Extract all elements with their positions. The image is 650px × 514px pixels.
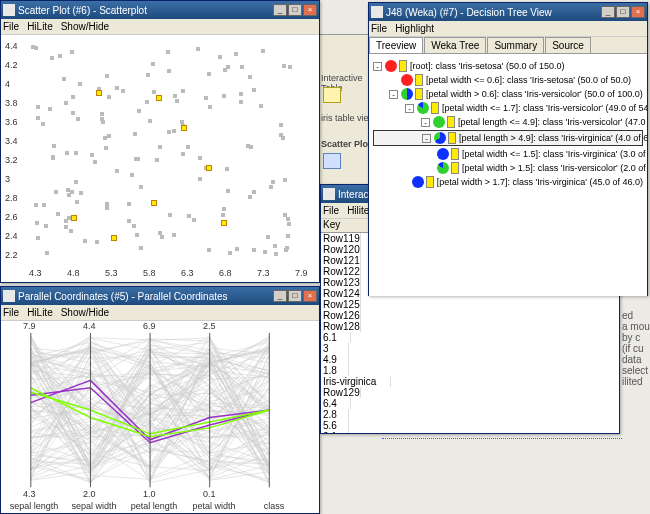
menu-showhide[interactable]: Show/Hide [61, 21, 109, 32]
scatter-point [239, 100, 243, 104]
scatter-point [70, 50, 74, 54]
menu-highlight[interactable]: Highlight [395, 23, 434, 34]
node-label: [petal length <= 4.9]: class 'Iris-versi… [458, 117, 647, 127]
scatter-point [52, 144, 56, 148]
scatter-point [132, 224, 136, 228]
bar-icon [415, 88, 423, 100]
scatter-point [62, 77, 66, 81]
close-button[interactable]: × [303, 290, 317, 302]
scatter-point [186, 145, 190, 149]
scatter-point [127, 202, 131, 206]
menu-file[interactable]: File [371, 23, 387, 34]
tree-node[interactable]: -[petal width > 0.6]: class 'Iris-versic… [373, 88, 643, 100]
scatter-point [78, 82, 82, 86]
scatter-point [235, 247, 239, 251]
bar-icon [447, 116, 455, 128]
scatter-point [222, 207, 226, 211]
titlebar-scatterplot[interactable]: Scatter Plot (#6) - Scatterplot _ □ × [1, 1, 319, 19]
table-row[interactable]: Row125 [321, 299, 619, 310]
window-title: Scatter Plot (#6) - Scatterplot [18, 5, 273, 16]
cell: 5.6 [321, 420, 349, 431]
cell-key: Row129 [321, 387, 361, 398]
expand-icon[interactable]: - [389, 90, 398, 99]
close-button[interactable]: × [303, 4, 317, 16]
tab-summary[interactable]: Summary [487, 37, 544, 53]
scatter-point-highlighted [156, 95, 162, 101]
node-label: [petal width <= 1.5]: class 'Iris-virgin… [462, 149, 647, 159]
menu-file[interactable]: File [323, 205, 339, 216]
menu-showhide[interactable]: Show/Hide [61, 307, 109, 318]
scatter-point [158, 231, 162, 235]
scatter-point [218, 55, 222, 59]
scatter-point [151, 62, 155, 66]
menu-hilite[interactable]: Hilite [347, 205, 369, 216]
scatter-point [133, 132, 137, 136]
pie-icon [417, 102, 429, 114]
tree-view[interactable]: -[root]: class 'Iris-setosa' (50.0 of 15… [369, 54, 647, 296]
scatter-point [36, 116, 40, 120]
scatter-point [273, 244, 277, 248]
window-scatterplot: Scatter Plot (#6) - Scatterplot _ □ × Fi… [0, 0, 320, 283]
scatter-point [139, 185, 143, 189]
scatter-point [107, 134, 111, 138]
table-row[interactable]: Row1296.42.85.62.1Iris-virginica [321, 387, 619, 433]
scatter-point [65, 151, 69, 155]
tab-wekatree[interactable]: Weka Tree [424, 37, 486, 53]
menu-hilite[interactable]: HiLite [27, 21, 53, 32]
app-icon [3, 290, 15, 302]
tree-node[interactable]: -[root]: class 'Iris-setosa' (50.0 of 15… [373, 60, 643, 72]
tree-node[interactable]: [petal width > 1.7]: class 'Iris-virgini… [373, 176, 643, 188]
minimize-button[interactable]: _ [273, 4, 287, 16]
titlebar-j48[interactable]: J48 (Weka) (#7) - Decision Tree View _ □… [369, 3, 647, 21]
scatter-point [121, 89, 125, 93]
menu-hilite[interactable]: HiLite [27, 307, 53, 318]
maximize-button[interactable]: □ [288, 4, 302, 16]
scatter-point [226, 65, 230, 69]
column-header-key[interactable]: Key [321, 219, 369, 232]
y-tick: 3.6 [5, 117, 18, 127]
expand-icon[interactable]: - [373, 62, 382, 71]
menu-file[interactable]: File [3, 21, 19, 32]
connector-line [382, 438, 622, 439]
table-row[interactable]: Row1286.134.91.8Iris-virginica [321, 321, 619, 387]
expand-icon[interactable]: - [405, 104, 414, 113]
scatter-point [248, 195, 252, 199]
maximize-button[interactable]: □ [616, 6, 630, 18]
tree-node[interactable]: [petal width <= 0.6]: class 'Iris-setosa… [373, 74, 643, 86]
scatter-point [74, 180, 78, 184]
table-row[interactable]: Row126 [321, 310, 619, 321]
tab-source[interactable]: Source [545, 37, 591, 53]
expand-icon[interactable]: - [422, 134, 431, 143]
scatter-point [64, 225, 68, 229]
cell: 1.8 [321, 365, 349, 376]
scatter-point [93, 160, 97, 164]
minimize-button[interactable]: _ [273, 290, 287, 302]
tree-node[interactable]: -[petal length <= 4.9]: class 'Iris-vers… [373, 116, 643, 128]
titlebar-parallel[interactable]: Parallel Coordinates (#5) - Parallel Coo… [1, 287, 319, 305]
app-icon [3, 4, 15, 16]
close-button[interactable]: × [631, 6, 645, 18]
scatter-point [130, 173, 134, 177]
maximize-button[interactable]: □ [288, 290, 302, 302]
scatter-point [248, 75, 252, 79]
scatter-point [167, 69, 171, 73]
scatter-point [172, 129, 176, 133]
scatter-point [74, 151, 78, 155]
tree-node[interactable]: -[petal length > 4.9]: class 'Iris-virgi… [373, 130, 643, 146]
cell: 4.9 [321, 354, 349, 365]
parallel-canvas[interactable]: 7.94.46.92.54.32.01.00.1sepal lengthsepa… [1, 321, 319, 513]
scatter-point [240, 65, 244, 69]
cropped-text: eda mouby c (if cudataselectilited [622, 310, 650, 387]
cell-key: Row119 [321, 233, 361, 244]
tree-node[interactable]: [petal width <= 1.5]: class 'Iris-virgin… [373, 148, 643, 160]
scatter-point [207, 72, 211, 76]
minimize-button[interactable]: _ [601, 6, 615, 18]
tab-treeview[interactable]: Treeview [369, 37, 423, 53]
tree-node[interactable]: [petal width > 1.5]: class 'Iris-versico… [373, 162, 643, 174]
menu-file[interactable]: File [3, 307, 19, 318]
node-icon [323, 87, 341, 103]
expand-icon[interactable]: - [421, 118, 430, 127]
tree-node[interactable]: -[petal width <= 1.7]: class 'Iris-versi… [373, 102, 643, 114]
pie-icon [401, 88, 413, 100]
scatterplot-canvas[interactable]: 4.44.243.83.63.43.232.82.62.42.2 4.34.85… [1, 35, 319, 282]
